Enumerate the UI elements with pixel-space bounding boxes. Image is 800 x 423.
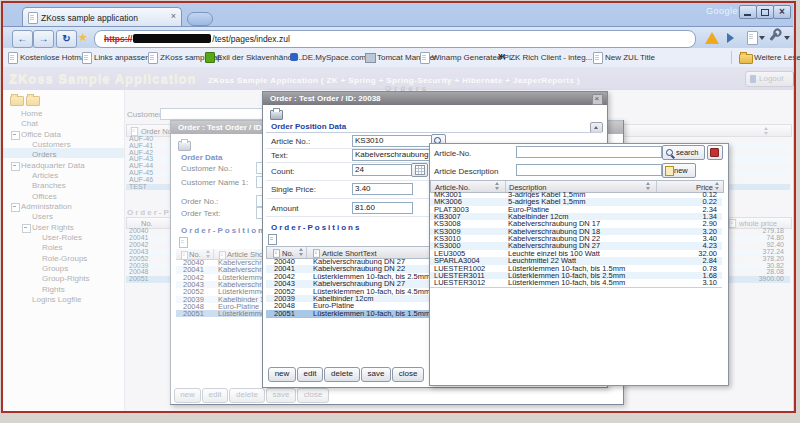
sidebar-item-orders[interactable]: Orders	[32, 150, 56, 159]
cancel-search-button[interactable]	[707, 145, 723, 160]
sidebar-item-user-rights[interactable]: User Rights	[32, 223, 74, 232]
sidebar-folder-open-icon[interactable]	[10, 96, 24, 106]
amount-input[interactable]: 81.60	[352, 202, 413, 214]
sidebar-folder-icon[interactable]	[26, 96, 40, 106]
close-button[interactable]: close	[297, 388, 329, 403]
sidebar-item-user-roles[interactable]: User-Roles	[42, 233, 82, 242]
go-arrow-icon[interactable]	[727, 33, 734, 43]
article-row[interactable]: SPARLA3004Leuchtmittel 22 Watt2.84	[430, 257, 722, 264]
url-path: /test/pages/index.zul	[212, 34, 290, 44]
sidebar-item-logins-logfile[interactable]: Logins Logfile	[32, 295, 81, 304]
article-no-input[interactable]: KS3010	[352, 135, 432, 147]
sidebar-item-administration[interactable]: Administration	[21, 202, 72, 211]
sidebar-item-chat[interactable]: Chat	[21, 119, 38, 128]
sidebar-item-role-groups[interactable]: Role-Groups	[42, 254, 87, 263]
edit-button[interactable]: edit	[202, 388, 228, 403]
article-row[interactable]: KS3000Kabelverschraubung DN 274.23	[430, 242, 722, 249]
count-helper-button[interactable]	[411, 163, 428, 177]
popup-article-desc-input[interactable]	[516, 164, 662, 176]
print-icon[interactable]	[270, 110, 283, 120]
sidebar-item-group-rights[interactable]: Group-Rights	[42, 274, 90, 283]
article-row[interactable]: PLAT3003Euro-Platine2.34	[430, 206, 722, 213]
red-cancel-icon	[710, 148, 719, 157]
back-button[interactable]: ←	[12, 30, 33, 48]
whole-price-column-header: whole price	[739, 219, 777, 228]
sort-icon[interactable]	[495, 182, 500, 190]
delete-button[interactable]: delete	[229, 388, 265, 403]
page-menu-icon[interactable]	[747, 31, 758, 45]
security-warning-icon[interactable]	[705, 32, 719, 44]
close-button[interactable]: close	[392, 367, 424, 382]
expander-icon[interactable]	[11, 203, 20, 212]
text-input[interactable]: Kabelverschraubung DN	[352, 149, 432, 161]
new-button[interactable]: new	[268, 367, 296, 382]
new-article-button[interactable]: new	[662, 163, 696, 178]
page-menu-caret-icon[interactable]	[759, 36, 765, 40]
tab-title: ZKoss sample application	[41, 13, 138, 23]
article-row[interactable]: MK30065-adriges Kabel 1,5mm0.22	[430, 198, 722, 205]
order-no-column-header: Order No	[141, 127, 172, 136]
logout-button[interactable]: Logout	[745, 71, 794, 87]
article-row[interactable]: LUESTER3012Lüsterklemmen 10-fach, bis 4.…	[430, 279, 722, 286]
article-row[interactable]: LUESTER1002Lüsterklemmen 10-fach, bis 1.…	[430, 265, 722, 272]
wrench-menu-caret-icon[interactable]	[784, 36, 790, 40]
bookmark-page-icon	[593, 52, 603, 64]
sidebar-item-offices[interactable]: Offices	[32, 192, 57, 201]
article-no-label: Article No.:	[271, 137, 310, 146]
sort-icon[interactable]	[299, 248, 304, 256]
window-close-icon[interactable]	[592, 94, 603, 105]
browser-tab[interactable]: ZKoss sample application ×	[22, 7, 182, 28]
sort-icon[interactable]	[764, 127, 769, 135]
article-row[interactable]: LEU3005Leuchte einzel bis 100 Watt32.00	[430, 250, 722, 257]
sort-icon[interactable]	[646, 182, 651, 190]
sidebar-item-rights[interactable]: Rights	[42, 285, 65, 294]
new-tab-button[interactable]	[187, 12, 213, 26]
search-button[interactable]: search	[662, 145, 705, 160]
customer-filter-input[interactable]	[160, 108, 270, 120]
bookmark-star-icon[interactable]: ★	[78, 31, 88, 44]
window-close-button[interactable]	[773, 5, 791, 19]
sort-icon[interactable]	[206, 250, 211, 258]
sidebar-item-users[interactable]: Users	[32, 212, 53, 221]
popup-article-no-input[interactable]	[516, 146, 662, 158]
article-row[interactable]: MK30013-adriges Kabel 1,5mm0.12	[430, 191, 722, 198]
article-row[interactable]: LUESTER3011Lüsterklemmen 10-fach, bis 2.…	[430, 272, 722, 279]
url-text: https:///test/pages/index.zul	[104, 34, 290, 44]
print-icon[interactable]	[178, 141, 191, 151]
expander-icon[interactable]	[11, 162, 20, 171]
sidebar-item-groups[interactable]: Groups	[42, 264, 68, 273]
new-document-icon[interactable]	[268, 234, 277, 245]
bookmark-label: ZK Rich Client - integ...	[510, 53, 592, 62]
new-document-icon[interactable]	[179, 237, 188, 248]
sidebar-item-branches[interactable]: Branches	[32, 181, 66, 190]
article-row[interactable]: KB3007Kabelbinder 12cm1.34	[430, 213, 722, 220]
expander-icon[interactable]	[22, 224, 31, 233]
window-minimize-button[interactable]	[739, 5, 757, 19]
sidebar-item-customers[interactable]: Customers	[32, 140, 71, 149]
sidebar-item-headquarter-data[interactable]: Headquarter Data	[21, 161, 85, 170]
order-position-titlebar[interactable]: Order : Test Order / ID: 20038	[263, 92, 607, 105]
customer-filter-label: Customer	[127, 110, 162, 119]
save-button[interactable]: save	[361, 367, 391, 382]
popup-article-desc-label: Article Description	[434, 167, 498, 176]
sidebar-item-articles[interactable]: Articles	[32, 171, 58, 180]
article-row[interactable]: KS3008Kabelverschraubung DN 172.90	[430, 220, 722, 227]
edit-button[interactable]: edit	[297, 367, 323, 382]
reload-button[interactable]: ↻	[56, 30, 77, 48]
forward-button[interactable]: →	[33, 30, 54, 48]
delete-button[interactable]: delete	[324, 367, 360, 382]
sort-icon[interactable]	[715, 182, 720, 190]
save-button[interactable]: save	[266, 388, 296, 403]
sidebar-item-home[interactable]: Home	[21, 109, 42, 118]
tab-close-icon[interactable]: ×	[171, 12, 176, 21]
single-price-input[interactable]: 3.40	[352, 183, 413, 195]
sidebar-item-roles[interactable]: Roles	[42, 243, 62, 252]
article-row[interactable]: KS3009Kabelverschraubung DN 183.20	[430, 228, 722, 235]
count-input[interactable]: 24	[352, 164, 413, 176]
bookmark-page-icon	[148, 52, 158, 64]
expander-icon[interactable]	[11, 131, 20, 140]
new-button[interactable]: new	[174, 388, 201, 403]
sidebar-item-office-data[interactable]: Office Data	[21, 130, 61, 139]
article-row[interactable]: KS3010Kabelverschraubung DN 223.40	[430, 235, 722, 242]
window-maximize-button[interactable]	[756, 5, 774, 19]
